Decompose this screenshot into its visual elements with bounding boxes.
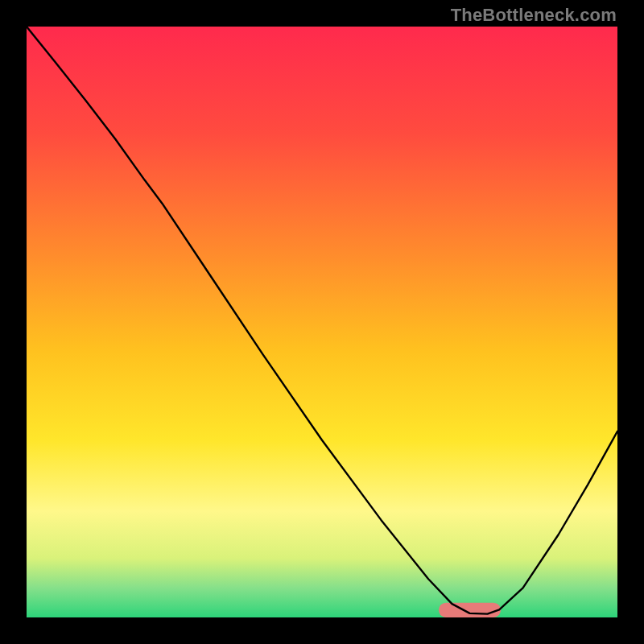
watermark-text: TheBottleneck.com [451, 5, 617, 26]
chart-svg [27, 27, 617, 617]
chart-plot-area [27, 27, 617, 617]
chart-background-gradient [27, 27, 617, 617]
